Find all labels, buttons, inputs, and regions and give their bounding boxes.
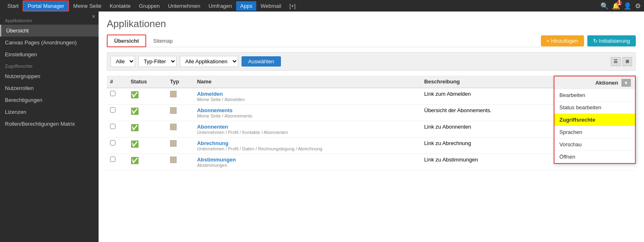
cell-name: Abonnements Meine Seite / Abonnements bbox=[194, 105, 421, 121]
app-path: Abstimmungen bbox=[197, 163, 418, 168]
col-number: # bbox=[107, 76, 127, 88]
cell-description: Link zu Abonnenten bbox=[421, 121, 548, 138]
sidebar: × Applikationen Übersicht Canvas Pages (… bbox=[0, 12, 99, 242]
cell-type bbox=[167, 121, 194, 138]
table-wrapper: # Status Typ Name Beschreibung Aktionen … bbox=[107, 76, 636, 171]
view-toggles: ☰ ⊞ bbox=[611, 57, 632, 66]
app-path: Meine Seite / Abmelden bbox=[197, 97, 418, 102]
sidebar-item-canvas-pages[interactable]: Canvas Pages (Anordnungen) bbox=[0, 37, 99, 48]
row-checkbox[interactable] bbox=[110, 157, 115, 162]
nav-webmail[interactable]: Webmail bbox=[256, 1, 285, 11]
app-path: Unternehmen / Profil / Kontakte / Abonne… bbox=[197, 130, 418, 135]
row-checkbox[interactable] bbox=[110, 91, 115, 96]
sidebar-item-lizenzen[interactable]: Lizenzen bbox=[0, 106, 99, 118]
cell-description: Link zu Abstimmungen bbox=[421, 154, 548, 171]
search-icon[interactable]: 🔍 bbox=[600, 2, 609, 10]
tab-ubersicht[interactable]: Übersicht bbox=[107, 35, 146, 47]
type-icon bbox=[170, 124, 177, 130]
status-icon: ✅ bbox=[131, 124, 139, 131]
col-name: Name bbox=[194, 76, 421, 88]
nav-umfragen[interactable]: Umfragen bbox=[205, 1, 236, 11]
sidebar-item-rollen-matrix[interactable]: Rollen/Berechtigungen Matrix bbox=[0, 118, 99, 130]
dropdown-trigger-button[interactable]: ▾ bbox=[621, 79, 631, 87]
dropdown-item[interactable]: Öffnen bbox=[554, 151, 635, 163]
app-name-link[interactable]: Abonnements bbox=[197, 107, 418, 113]
dropdown-item[interactable]: Sprachen bbox=[554, 126, 635, 138]
grid-view-icon[interactable]: ⊞ bbox=[622, 57, 632, 66]
filter-alle[interactable]: Alle bbox=[110, 56, 135, 67]
type-icon bbox=[170, 107, 177, 114]
dropdown-items-list: BearbeitenStatus bearbeitenZugriffsrecht… bbox=[554, 89, 635, 163]
app-name-link[interactable]: Abmelden bbox=[197, 91, 418, 97]
notification-icon[interactable]: 🔔1 bbox=[612, 2, 620, 10]
sidebar-section-zugriffsrechte: Zugriffsrechte bbox=[0, 60, 99, 70]
cell-checkbox bbox=[107, 88, 127, 105]
status-icon: ✅ bbox=[131, 91, 139, 98]
add-button[interactable]: + Hinzufügen bbox=[541, 35, 584, 46]
user-icon[interactable]: 👤 bbox=[623, 2, 632, 10]
cell-name: Abonnenten Unternehmen / Profil / Kontak… bbox=[194, 121, 421, 138]
cell-status: ✅ bbox=[127, 121, 167, 138]
cell-description: Übersicht der Abonnements. bbox=[421, 105, 548, 121]
cell-description: Link zu Abrechnung bbox=[421, 138, 548, 154]
app-name-link[interactable]: Abrechnung bbox=[197, 140, 418, 146]
app-path: Unternehmen / Profil / Daten / Rechnungs… bbox=[197, 146, 418, 151]
cell-status: ✅ bbox=[127, 154, 167, 171]
cell-name: Abstimmungen Abstimmungen bbox=[194, 154, 421, 171]
cell-checkbox bbox=[107, 121, 127, 138]
sidebar-close-button[interactable]: × bbox=[92, 13, 95, 20]
cell-checkbox bbox=[107, 138, 127, 154]
filter-bar: Alle Typ-Filter Alle Applikationen Auswä… bbox=[107, 52, 636, 71]
nav-kontakte[interactable]: Kontakte bbox=[106, 1, 135, 11]
nav-start[interactable]: Start bbox=[3, 1, 23, 11]
nav-plus[interactable]: [+] bbox=[285, 1, 300, 11]
init-button[interactable]: ↻ Initialisierung bbox=[587, 35, 636, 46]
filter-alle-applikationen[interactable]: Alle Applikationen bbox=[180, 56, 238, 67]
row-checkbox[interactable] bbox=[110, 124, 115, 129]
status-icon: ✅ bbox=[131, 108, 139, 115]
dropdown-header: Aktionen ▾ bbox=[554, 76, 635, 89]
dropdown-item[interactable]: Zugriffsrechte bbox=[554, 114, 635, 126]
nav-unternehmen[interactable]: Unternehmen bbox=[164, 1, 205, 11]
nav-apps[interactable]: Apps bbox=[236, 1, 257, 11]
filter-typ[interactable]: Typ-Filter bbox=[138, 56, 177, 67]
cell-description: Link zum Abmelden bbox=[421, 88, 548, 105]
nav-portal-manager[interactable]: Portal Manager bbox=[23, 0, 69, 12]
sidebar-item-nutzergruppen[interactable]: Nutzergruppen bbox=[0, 70, 99, 82]
tab-sitemap[interactable]: Sitemap bbox=[146, 35, 180, 47]
cell-checkbox bbox=[107, 154, 127, 171]
app-name-link[interactable]: Abstimmungen bbox=[197, 157, 418, 163]
dropdown-item[interactable]: Status bearbeiten bbox=[554, 101, 635, 114]
cell-status: ✅ bbox=[127, 138, 167, 154]
nav-gruppen[interactable]: Gruppen bbox=[135, 1, 164, 11]
col-beschreibung: Beschreibung bbox=[421, 76, 548, 88]
col-typ: Typ bbox=[167, 76, 194, 88]
nav-meine-seite[interactable]: Meine Seite bbox=[69, 1, 106, 11]
col-status: Status bbox=[127, 76, 167, 88]
dropdown-item[interactable]: Vorschau bbox=[554, 138, 635, 151]
cell-name: Abrechnung Unternehmen / Profil / Daten … bbox=[194, 138, 421, 154]
settings-icon[interactable]: ⚙ bbox=[635, 2, 641, 10]
status-icon: ✅ bbox=[131, 157, 139, 164]
app-name-link[interactable]: Abonnenten bbox=[197, 124, 418, 130]
cell-type bbox=[167, 105, 194, 121]
sidebar-item-berechtigungen[interactable]: Berechtigungen bbox=[0, 94, 99, 106]
main-layout: × Applikationen Übersicht Canvas Pages (… bbox=[0, 12, 644, 242]
sidebar-section-applikationen: Applikationen bbox=[0, 15, 99, 25]
row-checkbox[interactable] bbox=[110, 140, 115, 145]
sidebar-item-nutzerrollen[interactable]: Nutzerrollen bbox=[0, 82, 99, 94]
aktionen-label: Aktionen bbox=[595, 80, 618, 86]
sidebar-item-einstellungen[interactable]: Einstellungen bbox=[0, 48, 99, 60]
row-checkbox[interactable] bbox=[110, 107, 115, 113]
type-icon bbox=[170, 157, 177, 163]
dropdown-item[interactable]: Bearbeiten bbox=[554, 89, 635, 101]
cell-checkbox bbox=[107, 105, 127, 121]
cell-status: ✅ bbox=[127, 88, 167, 105]
select-button[interactable]: Auswählen bbox=[242, 56, 281, 67]
list-view-icon[interactable]: ☰ bbox=[611, 57, 621, 66]
page-title: Applikationen bbox=[107, 18, 636, 30]
cell-name: Abmelden Meine Seite / Abmelden bbox=[194, 88, 421, 105]
actions-dropdown: Aktionen ▾ BearbeitenStatus bearbeitenZu… bbox=[554, 76, 636, 164]
main-content: Applikationen Übersicht Sitemap + Hinzuf… bbox=[99, 12, 644, 242]
sidebar-item-ubersicht[interactable]: Übersicht bbox=[0, 25, 99, 37]
